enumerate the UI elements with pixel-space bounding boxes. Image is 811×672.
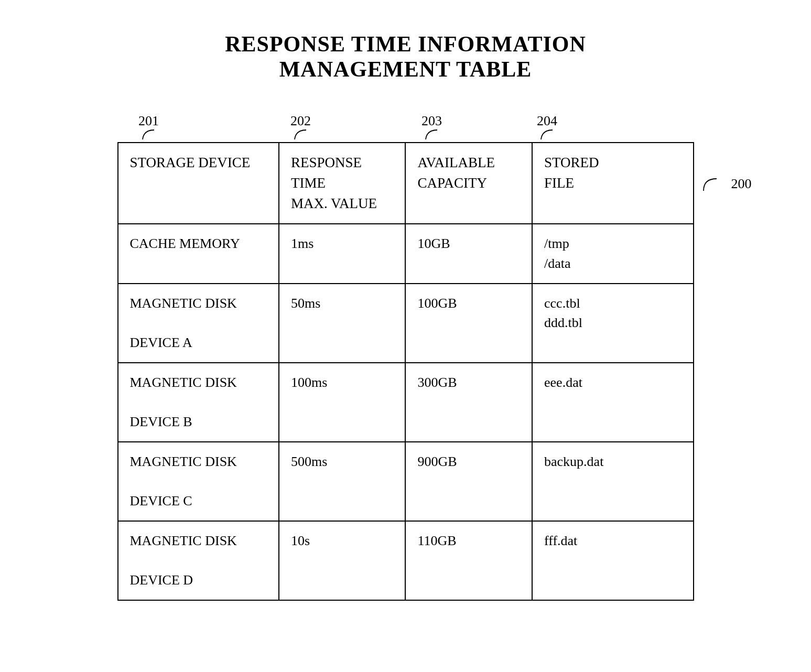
reference-labels-row: 201 202 203 204: [117, 113, 694, 142]
cell-stored-file: fff.dat: [532, 521, 693, 600]
table-row: MAGNETIC DISKDEVICE D 10s 110GB fff.dat: [118, 521, 694, 600]
cell-storage-device: MAGNETIC DISKDEVICE B: [118, 363, 279, 442]
ref-204: 204: [537, 113, 558, 140]
page-title: RESPONSE TIME INFORMATION MANAGEMENT TAB…: [225, 31, 586, 82]
cell-response-time: 100ms: [279, 363, 406, 442]
cell-storage-device: MAGNETIC DISKDEVICE C: [118, 442, 279, 521]
cell-stored-file: eee.dat: [532, 363, 693, 442]
cell-response-time: 10s: [279, 521, 406, 600]
ref-202: 202: [290, 113, 311, 140]
ref-200: 200: [701, 176, 752, 192]
response-time-management-table: STORAGE DEVICE RESPONSETIMEMAX. VALUE AV…: [117, 142, 694, 601]
ref-203: 203: [421, 113, 442, 140]
cell-storage-device: CACHE MEMORY: [118, 224, 279, 283]
ref-201: 201: [138, 113, 159, 140]
table-row: MAGNETIC DISKDEVICE B 100ms 300GB eee.da…: [118, 363, 694, 442]
cell-stored-file: ccc.tblddd.tbl: [532, 284, 693, 363]
cell-available-capacity: 110GB: [405, 521, 532, 600]
cell-available-capacity: 10GB: [405, 224, 532, 283]
table-header-row: STORAGE DEVICE RESPONSETIMEMAX. VALUE AV…: [118, 143, 694, 224]
cell-available-capacity: 300GB: [405, 363, 532, 442]
header-storage-device: STORAGE DEVICE: [118, 143, 279, 224]
cell-response-time: 1ms: [279, 224, 406, 283]
cell-available-capacity: 900GB: [405, 442, 532, 521]
diagram-wrapper: 201 202 203 204 STORAGE D: [117, 113, 694, 601]
table-row: CACHE MEMORY 1ms 10GB /tmp/data: [118, 224, 694, 283]
cell-stored-file: backup.dat: [532, 442, 693, 521]
cell-response-time: 500ms: [279, 442, 406, 521]
header-available-capacity: AVAILABLE CAPACITY: [405, 143, 532, 224]
cell-available-capacity: 100GB: [405, 284, 532, 363]
table-row: MAGNETIC DISKDEVICE C 500ms 900GB backup…: [118, 442, 694, 521]
cell-response-time: 50ms: [279, 284, 406, 363]
table-row: MAGNETIC DISKDEVICE A 50ms 100GB ccc.tbl…: [118, 284, 694, 363]
header-response-time: RESPONSETIMEMAX. VALUE: [279, 143, 406, 224]
cell-storage-device: MAGNETIC DISKDEVICE D: [118, 521, 279, 600]
header-stored-file: STOREDFILE: [532, 143, 693, 224]
cell-stored-file: /tmp/data: [532, 224, 693, 283]
cell-storage-device: MAGNETIC DISKDEVICE A: [118, 284, 279, 363]
